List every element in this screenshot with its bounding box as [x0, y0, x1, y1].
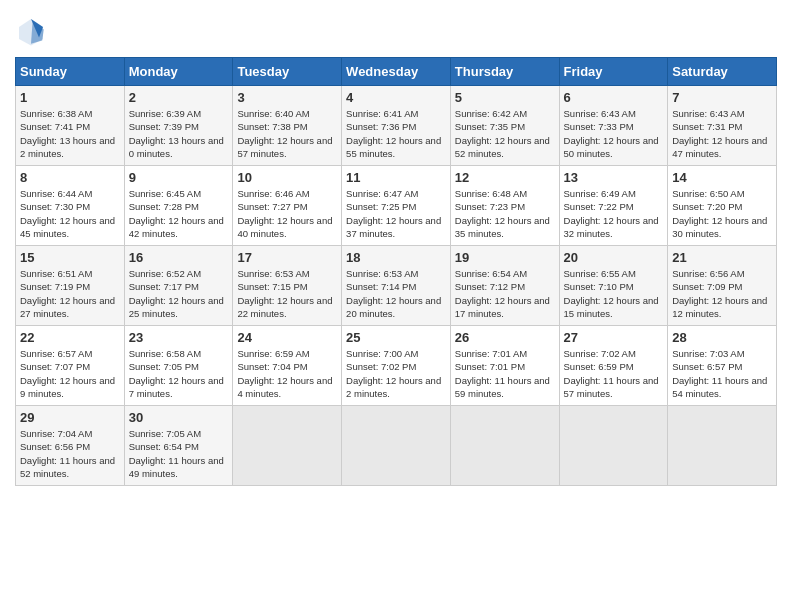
day-number: 3 [237, 90, 337, 105]
day-info: Sunrise: 6:50 AM Sunset: 7:20 PM Dayligh… [672, 187, 772, 240]
calendar-week-row: 15 Sunrise: 6:51 AM Sunset: 7:19 PM Dayl… [16, 246, 777, 326]
day-number: 22 [20, 330, 120, 345]
day-number: 11 [346, 170, 446, 185]
day-number: 17 [237, 250, 337, 265]
day-info: Sunrise: 6:49 AM Sunset: 7:22 PM Dayligh… [564, 187, 664, 240]
day-info: Sunrise: 6:43 AM Sunset: 7:33 PM Dayligh… [564, 107, 664, 160]
day-info: Sunrise: 7:02 AM Sunset: 6:59 PM Dayligh… [564, 347, 664, 400]
calendar-cell: 11 Sunrise: 6:47 AM Sunset: 7:25 PM Dayl… [342, 166, 451, 246]
calendar-cell: 7 Sunrise: 6:43 AM Sunset: 7:31 PM Dayli… [668, 86, 777, 166]
day-number: 14 [672, 170, 772, 185]
day-info: Sunrise: 6:39 AM Sunset: 7:39 PM Dayligh… [129, 107, 229, 160]
calendar-cell: 16 Sunrise: 6:52 AM Sunset: 7:17 PM Dayl… [124, 246, 233, 326]
day-info: Sunrise: 6:40 AM Sunset: 7:38 PM Dayligh… [237, 107, 337, 160]
calendar-cell: 26 Sunrise: 7:01 AM Sunset: 7:01 PM Dayl… [450, 326, 559, 406]
calendar-week-row: 29 Sunrise: 7:04 AM Sunset: 6:56 PM Dayl… [16, 406, 777, 486]
calendar-cell: 23 Sunrise: 6:58 AM Sunset: 7:05 PM Dayl… [124, 326, 233, 406]
day-number: 26 [455, 330, 555, 345]
day-info: Sunrise: 6:41 AM Sunset: 7:36 PM Dayligh… [346, 107, 446, 160]
calendar-header-row: SundayMondayTuesdayWednesdayThursdayFrid… [16, 58, 777, 86]
day-number: 5 [455, 90, 555, 105]
day-number: 27 [564, 330, 664, 345]
day-number: 28 [672, 330, 772, 345]
day-number: 6 [564, 90, 664, 105]
day-info: Sunrise: 7:01 AM Sunset: 7:01 PM Dayligh… [455, 347, 555, 400]
day-number: 25 [346, 330, 446, 345]
day-info: Sunrise: 6:52 AM Sunset: 7:17 PM Dayligh… [129, 267, 229, 320]
calendar-cell: 18 Sunrise: 6:53 AM Sunset: 7:14 PM Dayl… [342, 246, 451, 326]
day-info: Sunrise: 6:45 AM Sunset: 7:28 PM Dayligh… [129, 187, 229, 240]
day-info: Sunrise: 6:51 AM Sunset: 7:19 PM Dayligh… [20, 267, 120, 320]
calendar-cell: 5 Sunrise: 6:42 AM Sunset: 7:35 PM Dayli… [450, 86, 559, 166]
day-info: Sunrise: 6:43 AM Sunset: 7:31 PM Dayligh… [672, 107, 772, 160]
day-info: Sunrise: 6:42 AM Sunset: 7:35 PM Dayligh… [455, 107, 555, 160]
calendar-cell: 25 Sunrise: 7:00 AM Sunset: 7:02 PM Dayl… [342, 326, 451, 406]
calendar-cell: 22 Sunrise: 6:57 AM Sunset: 7:07 PM Dayl… [16, 326, 125, 406]
day-info: Sunrise: 6:58 AM Sunset: 7:05 PM Dayligh… [129, 347, 229, 400]
day-info: Sunrise: 6:48 AM Sunset: 7:23 PM Dayligh… [455, 187, 555, 240]
calendar-cell: 9 Sunrise: 6:45 AM Sunset: 7:28 PM Dayli… [124, 166, 233, 246]
day-number: 13 [564, 170, 664, 185]
calendar-cell: 2 Sunrise: 6:39 AM Sunset: 7:39 PM Dayli… [124, 86, 233, 166]
day-header-tuesday: Tuesday [233, 58, 342, 86]
day-header-thursday: Thursday [450, 58, 559, 86]
calendar-cell [233, 406, 342, 486]
day-number: 23 [129, 330, 229, 345]
calendar-cell: 27 Sunrise: 7:02 AM Sunset: 6:59 PM Dayl… [559, 326, 668, 406]
day-info: Sunrise: 6:47 AM Sunset: 7:25 PM Dayligh… [346, 187, 446, 240]
header [15, 15, 777, 47]
calendar-cell: 14 Sunrise: 6:50 AM Sunset: 7:20 PM Dayl… [668, 166, 777, 246]
day-number: 21 [672, 250, 772, 265]
day-number: 9 [129, 170, 229, 185]
calendar-cell: 17 Sunrise: 6:53 AM Sunset: 7:15 PM Dayl… [233, 246, 342, 326]
day-info: Sunrise: 6:55 AM Sunset: 7:10 PM Dayligh… [564, 267, 664, 320]
day-number: 2 [129, 90, 229, 105]
calendar-cell: 30 Sunrise: 7:05 AM Sunset: 6:54 PM Dayl… [124, 406, 233, 486]
calendar-cell: 4 Sunrise: 6:41 AM Sunset: 7:36 PM Dayli… [342, 86, 451, 166]
calendar-cell: 28 Sunrise: 7:03 AM Sunset: 6:57 PM Dayl… [668, 326, 777, 406]
day-info: Sunrise: 7:05 AM Sunset: 6:54 PM Dayligh… [129, 427, 229, 480]
calendar-week-row: 8 Sunrise: 6:44 AM Sunset: 7:30 PM Dayli… [16, 166, 777, 246]
day-header-wednesday: Wednesday [342, 58, 451, 86]
calendar-cell: 10 Sunrise: 6:46 AM Sunset: 7:27 PM Dayl… [233, 166, 342, 246]
calendar-cell [342, 406, 451, 486]
calendar-cell: 13 Sunrise: 6:49 AM Sunset: 7:22 PM Dayl… [559, 166, 668, 246]
calendar-cell: 15 Sunrise: 6:51 AM Sunset: 7:19 PM Dayl… [16, 246, 125, 326]
day-number: 10 [237, 170, 337, 185]
day-number: 1 [20, 90, 120, 105]
logo-icon [15, 15, 47, 47]
day-number: 18 [346, 250, 446, 265]
calendar-cell: 21 Sunrise: 6:56 AM Sunset: 7:09 PM Dayl… [668, 246, 777, 326]
day-info: Sunrise: 6:57 AM Sunset: 7:07 PM Dayligh… [20, 347, 120, 400]
day-number: 15 [20, 250, 120, 265]
calendar-cell [668, 406, 777, 486]
calendar-cell: 6 Sunrise: 6:43 AM Sunset: 7:33 PM Dayli… [559, 86, 668, 166]
day-info: Sunrise: 7:00 AM Sunset: 7:02 PM Dayligh… [346, 347, 446, 400]
day-number: 4 [346, 90, 446, 105]
day-header-friday: Friday [559, 58, 668, 86]
calendar-cell: 12 Sunrise: 6:48 AM Sunset: 7:23 PM Dayl… [450, 166, 559, 246]
day-number: 30 [129, 410, 229, 425]
day-info: Sunrise: 6:53 AM Sunset: 7:15 PM Dayligh… [237, 267, 337, 320]
calendar-body: 1 Sunrise: 6:38 AM Sunset: 7:41 PM Dayli… [16, 86, 777, 486]
day-number: 20 [564, 250, 664, 265]
calendar-cell: 1 Sunrise: 6:38 AM Sunset: 7:41 PM Dayli… [16, 86, 125, 166]
day-info: Sunrise: 6:54 AM Sunset: 7:12 PM Dayligh… [455, 267, 555, 320]
day-info: Sunrise: 7:04 AM Sunset: 6:56 PM Dayligh… [20, 427, 120, 480]
day-number: 24 [237, 330, 337, 345]
day-info: Sunrise: 7:03 AM Sunset: 6:57 PM Dayligh… [672, 347, 772, 400]
day-info: Sunrise: 6:44 AM Sunset: 7:30 PM Dayligh… [20, 187, 120, 240]
day-info: Sunrise: 6:56 AM Sunset: 7:09 PM Dayligh… [672, 267, 772, 320]
day-header-monday: Monday [124, 58, 233, 86]
calendar-cell: 3 Sunrise: 6:40 AM Sunset: 7:38 PM Dayli… [233, 86, 342, 166]
calendar-cell: 24 Sunrise: 6:59 AM Sunset: 7:04 PM Dayl… [233, 326, 342, 406]
calendar-week-row: 1 Sunrise: 6:38 AM Sunset: 7:41 PM Dayli… [16, 86, 777, 166]
day-info: Sunrise: 6:46 AM Sunset: 7:27 PM Dayligh… [237, 187, 337, 240]
calendar-cell: 20 Sunrise: 6:55 AM Sunset: 7:10 PM Dayl… [559, 246, 668, 326]
day-number: 8 [20, 170, 120, 185]
day-info: Sunrise: 6:53 AM Sunset: 7:14 PM Dayligh… [346, 267, 446, 320]
logo [15, 15, 51, 47]
day-number: 7 [672, 90, 772, 105]
day-number: 16 [129, 250, 229, 265]
day-number: 19 [455, 250, 555, 265]
